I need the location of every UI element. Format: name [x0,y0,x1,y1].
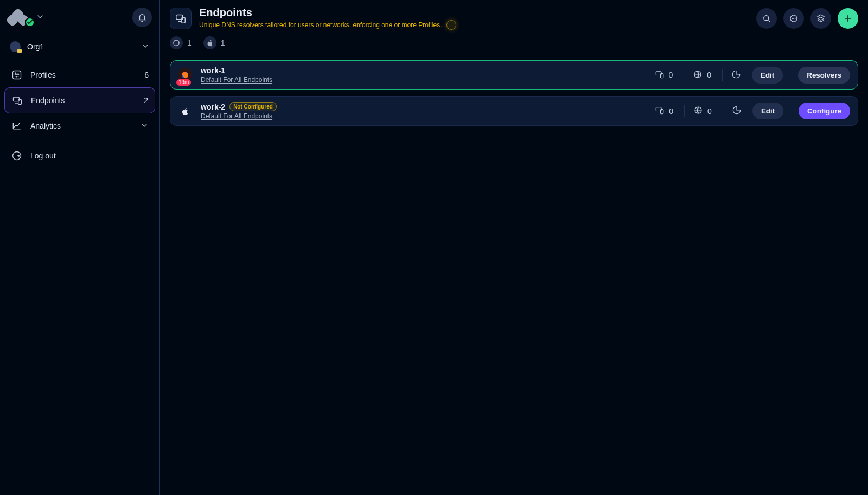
filters: 1 1 [160,34,868,56]
main: Endpoints Unique DNS resolvers tailored … [160,0,868,495]
page-subtitle: Unique DNS resolvers tailored for users … [199,20,456,30]
svg-point-2 [17,74,19,76]
endpoint-domain-count: 0 [684,69,711,81]
page-title-wrap: Endpoints Unique DNS resolvers tailored … [170,7,456,30]
sliders-icon [11,69,23,81]
svg-point-13 [795,18,796,19]
endpoint-profile-link[interactable]: Default For All Endpoints [201,112,309,120]
top-actions [756,8,858,29]
filter-firefox-count: 1 [187,39,192,47]
brand[interactable] [8,10,44,25]
svg-point-1 [15,72,16,74]
org-name: Org1 [27,42,135,51]
org-avatar-icon [10,41,21,52]
endpoint-name: work-1 [201,66,225,75]
sidebar-top [4,5,155,35]
endpoint-analytics[interactable] [723,105,742,117]
analytics-icon [11,120,23,132]
globe-icon [693,69,703,81]
topbar: Endpoints Unique DNS resolvers tailored … [160,0,868,34]
sidebar-item-label: Profiles [30,71,137,79]
edit-button[interactable]: Edit [752,67,783,84]
info-icon[interactable]: i [446,20,456,30]
endpoint-domain-count: 0 [684,105,712,117]
configure-button[interactable]: Configure [799,103,850,119]
sidebar: Org1 Profiles 6 Endpoints 2 [0,0,160,495]
logout-icon [11,150,23,162]
endpoint-list: 19m work-1 Default For All Endpoints 0 [160,56,868,130]
add-endpoint-button[interactable] [838,8,858,29]
endpoint-card[interactable]: work-2 Not Configured Default For All En… [170,96,858,126]
logout-button[interactable]: Log out [4,143,155,168]
sidebar-item-label: Analytics [30,122,132,130]
brand-logo [8,10,31,25]
filter-apple[interactable]: 1 [203,36,225,49]
edit-button[interactable]: Edit [752,103,783,119]
svg-rect-5 [18,99,22,104]
svg-rect-8 [182,17,185,23]
endpoints-icon [11,94,23,106]
domains-count: 0 [707,71,711,79]
firefox-icon [170,36,183,49]
svg-point-3 [16,76,17,78]
endpoint-card[interactable]: 19m work-1 Default For All Endpoints 0 [170,60,858,90]
domains-count: 0 [707,107,712,116]
endpoint-analytics[interactable] [722,69,741,81]
filter-apple-count: 1 [221,39,225,47]
status-dot-icon [25,17,35,27]
endpoints-title-icon [170,8,192,29]
chevron-down-icon[interactable] [141,42,150,52]
devices-count: 0 [669,107,673,116]
endpoint-os-icon: 19m [178,68,192,82]
page-subtitle-text: Unique DNS resolvers tailored for users … [199,21,442,29]
chevron-down-icon[interactable] [140,121,149,131]
devices-count: 0 [669,71,673,79]
notifications-button[interactable] [132,8,152,27]
svg-rect-17 [660,73,663,78]
filter-firefox[interactable]: 1 [170,36,192,49]
endpoint-os-icon [178,104,192,118]
chevron-down-icon[interactable] [36,12,44,23]
endpoint-name: work-2 [201,103,225,111]
sidebar-item-label: Endpoints [31,96,136,105]
devices-icon [655,105,665,117]
svg-point-11 [792,18,793,19]
more-button[interactable] [783,8,804,29]
svg-point-12 [793,18,794,19]
resolvers-button[interactable]: Resolvers [798,67,850,84]
devices-icon [655,69,665,81]
sidebar-item-profiles[interactable]: Profiles 6 [4,62,155,87]
pie-icon [732,105,742,117]
sidebar-item-count: 2 [144,96,148,105]
logout-label: Log out [30,151,56,160]
globe-icon [693,105,703,117]
search-button[interactable] [756,8,777,29]
endpoint-device-count: 0 [655,105,673,117]
sidebar-nav: Profiles 6 Endpoints 2 Analytics [4,62,155,138]
svg-rect-20 [661,110,663,114]
layers-button[interactable] [810,8,831,29]
endpoint-device-count: 0 [655,69,673,81]
pie-icon [731,69,741,81]
sidebar-item-analytics[interactable]: Analytics [4,113,155,138]
sidebar-item-count: 6 [144,71,149,79]
page-title: Endpoints [199,7,456,19]
apple-icon [203,36,216,49]
not-configured-tag: Not Configured [229,102,277,111]
endpoint-time-badge: 19m [176,79,192,86]
svg-point-9 [764,15,769,20]
endpoint-profile-link[interactable]: Default For All Endpoints [201,76,309,84]
org-switcher[interactable]: Org1 [4,35,155,59]
sidebar-item-endpoints[interactable]: Endpoints 2 [4,87,155,113]
